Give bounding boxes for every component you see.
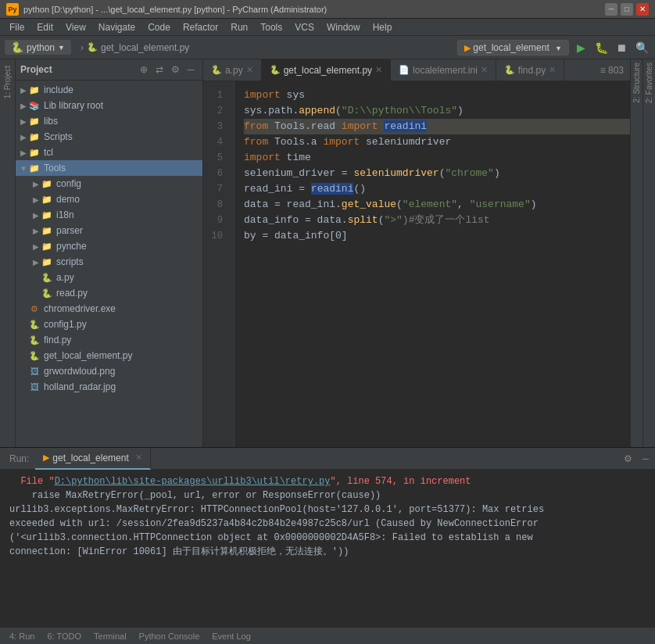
tab-label: find.py (518, 65, 546, 76)
token: time (281, 152, 311, 163)
tree-item-config1[interactable]: 🐍config1.py (16, 317, 202, 332)
tab-close-button[interactable]: ✕ (375, 65, 382, 75)
breadcrumb-filename: get_local_element.py (101, 42, 189, 53)
stop-button[interactable]: ⏹ (613, 39, 630, 56)
run-tab-icon: ▶ (43, 453, 49, 463)
tree-item-parser[interactable]: ▶📁parser (16, 223, 202, 238)
tree-label-holland: holland_radar.jpg (44, 381, 116, 392)
menu-item-vcs[interactable]: VCS (288, 20, 320, 34)
tree-item-include[interactable]: ▶📁include (16, 82, 202, 98)
tree-item-tcl[interactable]: ▶📁tcl (16, 145, 202, 160)
status-bar: 4: Run6: TODOTerminalPython ConsoleEvent… (0, 627, 655, 644)
code-editor[interactable]: 12345678910 import syssys.path.append("D… (203, 81, 630, 447)
tree-item-scripts[interactable]: ▶📁Scripts (16, 129, 202, 145)
line-number-3: 3 (203, 119, 229, 134)
tab-close-button[interactable]: ✕ (549, 65, 556, 75)
tree-item-find_py[interactable]: 🐍find.py (16, 332, 202, 348)
panel-title: Project (20, 64, 134, 75)
code-line-10: by = data_info[0] (244, 228, 630, 244)
tree-arrow-tools: ▼ (19, 164, 28, 173)
status-item-6--todo[interactable]: 6: TODO (44, 631, 84, 641)
code-line-8: data = read_ini.get_value("element", "us… (244, 197, 630, 213)
tree-label-a_py: a.py (56, 272, 74, 283)
tab-more-button[interactable]: ≡ 803 (594, 65, 630, 76)
tree-item-tools[interactable]: ▼📁Tools (16, 160, 202, 176)
project-selector[interactable]: 🐍 python ▼ (5, 40, 71, 55)
tab-localelement-ini[interactable]: 📄localelement.ini✕ (391, 59, 496, 81)
token: ">" (384, 214, 402, 226)
sync-button[interactable]: ⇄ (152, 63, 166, 77)
menu-item-code[interactable]: Code (141, 20, 177, 34)
menu-item-help[interactable]: Help (367, 20, 399, 34)
token: readini (384, 120, 427, 132)
menu-item-tools[interactable]: Tools (254, 20, 288, 34)
tree-icon-config: 📁 (41, 177, 53, 190)
tree-item-libs[interactable]: ▶📁libs (16, 113, 202, 129)
menu-item-run[interactable]: Run (224, 20, 254, 34)
search-button[interactable]: 🔍 (633, 39, 650, 56)
collapse-button[interactable]: ─ (184, 63, 198, 77)
tab-icon: 🐍 (211, 65, 222, 75)
minimize-button[interactable]: ─ (605, 3, 617, 16)
menu-item-navigate[interactable]: Navigate (92, 20, 141, 34)
menu-item-view[interactable]: View (59, 20, 92, 34)
tree-item-chromedriver[interactable]: ⚙chromedriver.exe (16, 301, 202, 317)
tree-item-lib[interactable]: ▶📚Lib library root (16, 98, 202, 113)
tree-item-demo[interactable]: ▶📁demo (16, 191, 202, 207)
run-config-selector[interactable]: ▶ get_local_element ▼ (457, 40, 569, 55)
token: , (457, 199, 470, 210)
run-button[interactable]: ▶ (572, 39, 589, 56)
tree-item-holland[interactable]: 🖼holland_radar.jpg (16, 379, 202, 395)
line-number-2: 2 (203, 103, 229, 119)
tree-item-scripts2[interactable]: ▶📁scripts (16, 254, 202, 270)
settings-gear-icon[interactable]: ⚙ (621, 453, 635, 464)
panel-header: Project ⊕ ⇄ ⚙ ─ (16, 59, 202, 80)
favorites-label[interactable]: 2: Favorites (645, 59, 653, 106)
tab-get_local_element-py[interactable]: 🐍get_local_element.py✕ (262, 59, 391, 81)
structure-label[interactable]: 2: Structure (632, 59, 641, 106)
status-item-python-console[interactable]: Python Console (136, 631, 203, 641)
maximize-button[interactable]: □ (621, 3, 633, 16)
menu-item-edit[interactable]: Edit (30, 20, 59, 34)
tree-item-i18n[interactable]: ▶📁i18n (16, 207, 202, 223)
tree-item-pynche[interactable]: ▶📁pynche (16, 238, 202, 254)
add-button[interactable]: ⊕ (137, 63, 151, 77)
tree-item-get_local[interactable]: 🐍get_local_element.py (16, 348, 202, 363)
settings-button[interactable]: ⚙ (168, 63, 182, 77)
tree-label-demo: demo (56, 194, 80, 205)
status-item-4--run[interactable]: 4: Run (6, 631, 38, 641)
line-number-10: 10 (203, 228, 229, 244)
status-item-terminal[interactable]: Terminal (91, 631, 130, 641)
status-item-event-log[interactable]: Event Log (209, 631, 254, 641)
console-link[interactable]: D:\python\lib\site-packages\urllib3\util… (55, 476, 331, 487)
menu-item-file[interactable]: File (3, 20, 30, 34)
tree-icon-i18n: 📁 (41, 209, 53, 221)
close-button[interactable]: ✕ (636, 3, 649, 16)
code-line-7: read_ini = readini() (244, 181, 630, 197)
token: from (244, 120, 268, 132)
close-panel-icon[interactable]: ─ (639, 453, 652, 464)
bottom-settings: ⚙ ─ (621, 453, 652, 464)
run-tab-label: get_local_element (52, 453, 128, 463)
tree-item-config[interactable]: ▶📁config (16, 176, 202, 191)
tab-close-button[interactable]: ✕ (246, 65, 253, 75)
menu-item-window[interactable]: Window (320, 20, 367, 34)
tab-find-py[interactable]: 🐍find.py✕ (496, 59, 564, 81)
project-name: python (27, 42, 55, 53)
editor-area: 🐍a.py✕🐍get_local_element.py✕📄localelemen… (203, 59, 630, 447)
menu-item-refactor[interactable]: Refactor (177, 20, 224, 34)
run-tab[interactable]: ▶ get_local_element ✕ (35, 448, 150, 470)
debug-button[interactable]: 🐛 (592, 39, 610, 56)
run-config-icon: ▶ (464, 43, 471, 52)
tree-item-a_py[interactable]: 🐍a.py (16, 270, 202, 285)
tab-close-button[interactable]: ✕ (481, 65, 488, 75)
tree-arrow-i18n: ▶ (31, 211, 41, 220)
tree-item-grwordwloud[interactable]: 🖼grwordwloud.png (16, 363, 202, 379)
tab-a-py[interactable]: 🐍a.py✕ (203, 59, 262, 81)
project-strip-label[interactable]: 1: Project (3, 63, 12, 102)
tab-close-icon[interactable]: ✕ (135, 453, 142, 463)
token: Tools.read (268, 120, 342, 132)
tree-label-config: config (56, 178, 81, 189)
tree-item-read_py[interactable]: 🐍read.py (16, 285, 202, 301)
tree-label-find_py: find.py (44, 335, 71, 345)
